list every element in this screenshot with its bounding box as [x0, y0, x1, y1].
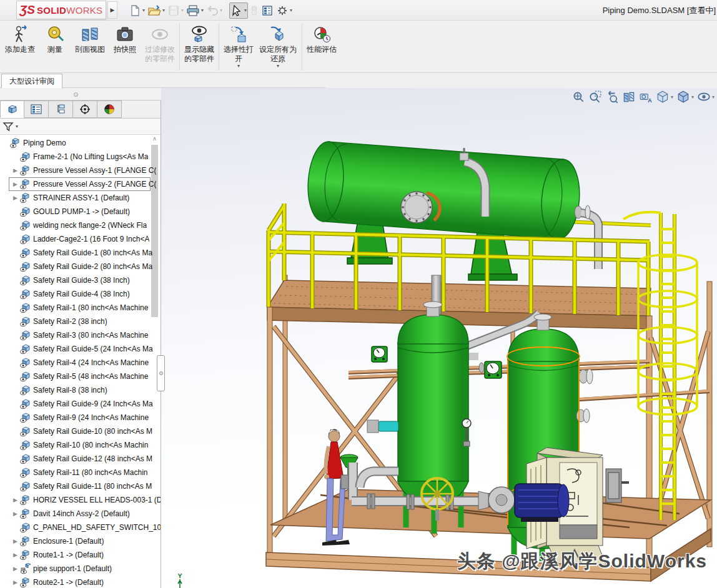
tree-item[interactable]: Frame-2-1 (No Lifting Lugs<As Ma — [0, 150, 161, 164]
part-icon — [19, 398, 31, 409]
tree-item[interactable]: welding neck flange-2 (WNeck Fla — [0, 218, 161, 232]
expand-arrow-icon[interactable]: ▶ — [11, 566, 19, 572]
tree-item[interactable]: Safety Rail-5 (48 inch<As Machine — [0, 370, 161, 383]
options-gear-icon[interactable]: ▾ — [275, 3, 293, 18]
title-bar: ƷS SOLID WORKS ▶ ▾ ▾ ▾ ▾ ▾ ▾ — [0, 0, 717, 21]
performance-icon — [312, 24, 331, 45]
horizontal-pressure-vessel[interactable] — [305, 140, 582, 240]
tree-item[interactable]: Ladder-Cage2-1 (16 Foot 9 Inch<A — [0, 232, 161, 246]
ribbon-button-take-snapshot[interactable]: 拍快照 — [107, 22, 142, 61]
tree-item[interactable]: C_PANEL_HD_SAFETY_SWITCH_10 — [0, 521, 161, 534]
tab-configurationmanager[interactable] — [49, 100, 73, 118]
valve-gauge-left[interactable] — [372, 346, 387, 362]
dropdown-arrow[interactable]: ▾ — [237, 64, 240, 70]
ribbon-button-section-view[interactable]: 剖面视图 — [72, 22, 107, 61]
tree-item[interactable]: Safety Rail-3 (80 inch<As Machine — [0, 328, 161, 342]
tree-item[interactable]: Safety Rail-11 (80 inch<As Machin — [0, 466, 161, 479]
graphics-viewport[interactable]: A ▾ ▾ ▾ 头条 @跟溪风学SolidWorks Y — [161, 88, 717, 588]
select-tool[interactable]: ▾ — [229, 2, 248, 19]
dropdown-arrow[interactable]: ▾ — [277, 64, 279, 70]
ribbon-button-add-walkthrough[interactable]: 添加走查 — [2, 22, 37, 61]
tree-item-label: pipe support-1 (Default) — [33, 564, 112, 573]
display-pane-icon[interactable] — [260, 3, 274, 18]
tab-displaymanager[interactable] — [24, 100, 49, 118]
tree-item[interactable]: ▶STRAINER ASSY-1 (Default) — [0, 191, 161, 205]
display-style-icon[interactable]: ▾ — [676, 90, 694, 104]
open-document-icon[interactable]: ▾ — [147, 3, 166, 18]
tree-item[interactable]: ▶pipe support-1 (Default) — [0, 562, 161, 576]
tree-item[interactable]: Safety Rail Guide-9 (24 Inch<As Ma — [0, 397, 161, 411]
panel-splitter-handle[interactable] — [157, 355, 165, 391]
panel-collapse-knob[interactable] — [74, 92, 78, 97]
expand-arrow-icon[interactable]: ▶ — [11, 538, 19, 544]
tree-item[interactable]: Piping Demo — [0, 136, 161, 150]
expand-arrow-icon[interactable]: ▶ — [11, 579, 19, 586]
expand-arrow-icon[interactable]: ▶ — [11, 497, 19, 503]
tree-item-label: Safety Rail-5 (48 inch<As Machine — [33, 372, 148, 381]
piping-demo-3d-scene[interactable] — [161, 88, 717, 588]
tree-item-label: Safety Rail Guide-10 (80 inch<As M — [33, 427, 152, 436]
tree-item[interactable]: Safety Rail-1 (80 inch<As Machine — [0, 301, 161, 315]
tree-item-label: Frame-2-1 (No Lifting Lugs<As Ma — [33, 152, 148, 161]
tree-item[interactable]: Safety Rail-4 (24 Inch<As Machine — [0, 356, 161, 370]
print-document-icon[interactable]: ▾ — [185, 3, 204, 18]
previous-view-icon[interactable] — [605, 90, 619, 104]
zoom-to-area-icon[interactable] — [588, 90, 602, 104]
tree-item[interactable]: Safety Rail Guide-10 (80 inch<As M — [0, 424, 161, 438]
expand-arrow-icon[interactable]: ▶ — [11, 167, 19, 174]
annotation-views-icon[interactable]: A — [639, 90, 653, 104]
pump-motor[interactable] — [515, 484, 569, 522]
tree-item-label: Safety Rail Guide-3 (38 Inch) — [33, 276, 130, 285]
hide-show-items-icon[interactable]: ▾ — [697, 90, 715, 104]
part-icon — [19, 247, 31, 258]
tree-item[interactable]: Safety Rail-8 (38 inch) — [0, 383, 161, 397]
tree-item-label: Safety Rail Guide-5 (24 Inch<As Ma — [33, 345, 153, 353]
ribbon-button-measure[interactable]: 测量 — [37, 22, 72, 61]
expand-arrow-icon[interactable]: ▶ — [11, 552, 19, 558]
tab-large-design-review[interactable]: 大型设计审阅 — [1, 74, 62, 88]
filter-dropdown-arrow[interactable]: ▾ — [16, 124, 18, 129]
filter-funnel-icon[interactable] — [2, 122, 14, 132]
ribbon-button-set-resolved[interactable]: 设定所有为还原▾ — [256, 22, 300, 71]
tree-item[interactable]: Safety Rail Guide-3 (38 Inch) — [0, 273, 161, 287]
tree-item[interactable]: ▶Pressure Vessel Assy-2 (FLANGE C( — [0, 177, 161, 191]
tree-item[interactable]: ▶Pressure Vessel Assy-1 (FLANGE C( — [0, 164, 161, 177]
view-orientation-icon[interactable]: ▾ — [656, 90, 673, 104]
vessel1-side-coupling[interactable] — [367, 420, 398, 433]
tree-item[interactable]: ▶HORIZ VESSEL ELL HEADS-003-1 (D — [0, 493, 161, 507]
tree-item[interactable]: Safety Rail Guide-11 (80 inch<As M — [0, 479, 161, 493]
tree-item[interactable]: ▶Route2-1 -> (Default) — [0, 576, 161, 588]
tree-item[interactable]: ▶Route1-1 -> (Default) — [0, 548, 161, 562]
tree-item[interactable]: GOULD PUMP-1 -> (Default) — [0, 205, 161, 218]
tree-item[interactable]: ▶Enclosure-1 (Default) — [0, 534, 161, 548]
tree-item[interactable]: Safety Rail-2 (38 inch) — [0, 315, 161, 328]
ribbon-button-performance[interactable]: 性能评估 — [304, 22, 339, 61]
section-view-icon[interactable] — [622, 90, 636, 104]
tree-item[interactable]: Safety Rail Guide-4 (38 Inch) — [0, 287, 161, 301]
tab-dimxpertmanager[interactable] — [73, 100, 97, 118]
tree-item[interactable]: Safety Rail Guide-1 (80 inch<As Ma — [0, 246, 161, 260]
ribbon-button-selective-open[interactable]: 选择性打开▾ — [221, 22, 256, 71]
zoom-to-fit-icon[interactable] — [571, 90, 585, 104]
tree-item[interactable]: Safety Rail Guide-12 (48 inch<As M — [0, 452, 161, 466]
menu-flyout-arrow[interactable]: ▶ — [107, 1, 117, 19]
tree-item[interactable]: Safety Rail Guide-2 (80 inch<As Ma — [0, 260, 161, 273]
new-document-icon[interactable]: ▾ — [128, 3, 146, 18]
filter-modified-icon — [151, 24, 169, 45]
expand-arrow-icon[interactable]: ▶ — [11, 511, 19, 517]
expand-arrow-icon[interactable]: ▶ — [11, 195, 19, 201]
ribbon-separator — [179, 23, 180, 71]
ribbon-button-show-hidden[interactable]: 显示隐藏的零部件 — [182, 22, 217, 71]
tree-item[interactable]: Safety Rail Guide-5 (24 Inch<As Ma — [0, 342, 161, 356]
ribbon-button-label: 过滤修改的零部件 — [145, 45, 175, 64]
part-icon — [19, 233, 31, 245]
feature-manager-panel: ▾ ∧ Piping DemoFrame-2-1 (No Lifting Lug… — [0, 100, 161, 588]
tree-item[interactable]: Safety Rail-9 (24 Inch<As Machine — [0, 411, 161, 424]
tree-item[interactable]: Safety Rail-10 (80 inch<As Machin — [0, 438, 161, 452]
tab-featuremanager-design-tree[interactable] — [0, 100, 24, 118]
tree-item-label: Piping Demo — [23, 139, 66, 147]
valve-gauge-middle[interactable] — [479, 361, 502, 378]
tab-appearances[interactable] — [97, 100, 122, 118]
tree-item-label: Safety Rail-9 (24 Inch<As Machine — [33, 413, 149, 422]
tree-item[interactable]: ▶Davit 14inch Assy-2 (Default) — [0, 507, 161, 521]
